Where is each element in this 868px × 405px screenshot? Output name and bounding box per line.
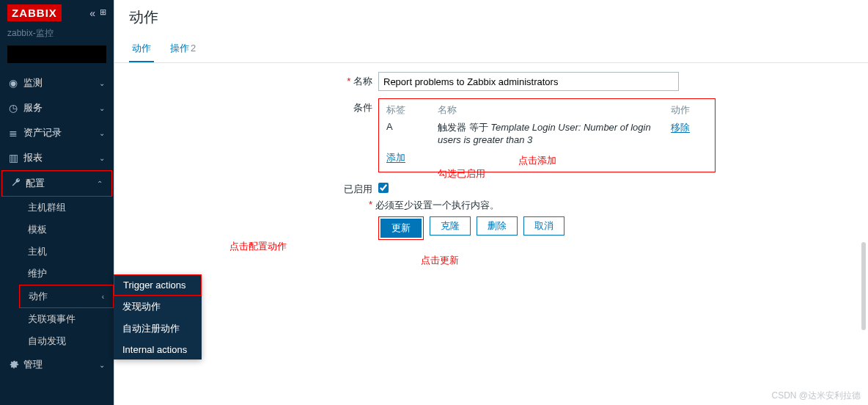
eye-icon: ◉ <box>9 77 23 89</box>
nav-report[interactable]: ▥报表⌄ <box>0 145 114 170</box>
enabled-label: 已启用 <box>114 180 378 196</box>
cond-a-tag: A <box>386 121 438 145</box>
tab-action[interactable]: 动作 <box>129 36 154 62</box>
nav-admin-label: 管理 <box>23 358 43 371</box>
flyout-trigger-actions[interactable]: Trigger actions <box>114 274 202 296</box>
chevron-up-icon: ⌃ <box>97 180 103 188</box>
collapse-icon[interactable]: « <box>89 7 95 19</box>
cond-head-label: 标签 <box>386 103 438 117</box>
search-input[interactable] <box>12 49 122 59</box>
form: 名称 条件 标签 名称 动作 A 触发器 等于 Template Login U… <box>114 63 868 240</box>
actions-flyout: Trigger actions 发现动作 自动注册动作 Internal act… <box>114 274 202 360</box>
sub-actions[interactable]: 动作‹ <box>19 285 114 308</box>
tabs: 动作 操作2 <box>114 36 868 63</box>
grid-icon[interactable]: ⊞ <box>100 7 106 19</box>
chart-icon: ▥ <box>9 152 23 164</box>
chevron-down-icon: ⌄ <box>99 154 105 162</box>
flyout-internal[interactable]: Internal actions <box>114 340 202 360</box>
sub-actions-label: 动作 <box>29 290 48 303</box>
nav-monitor-label: 监测 <box>23 76 43 90</box>
clone-button[interactable]: 克隆 <box>430 216 471 236</box>
flyout-discovery[interactable]: 发现动作 <box>114 296 202 318</box>
flyout-autoreg[interactable]: 自动注册动作 <box>114 318 202 340</box>
clock-icon: ◷ <box>9 102 23 114</box>
cancel-button[interactable]: 取消 <box>523 216 564 236</box>
annot-click-add: 点击添加 <box>518 154 556 167</box>
tab-operations-count: 2 <box>191 43 196 54</box>
sub-discovery[interactable]: 自动发现 <box>0 330 114 352</box>
nav-admin[interactable]: 管理⌄ <box>0 352 114 377</box>
cond-row-a: A 触发器 等于 Template Login User: Number of … <box>386 121 707 145</box>
update-highlight: 更新 <box>378 216 424 240</box>
nav-monitor[interactable]: ◉监测⌄ <box>0 70 114 95</box>
annot-click-update: 点击更新 <box>421 254 459 267</box>
chevron-left-icon: ‹ <box>102 293 104 301</box>
name-input[interactable] <box>378 72 679 91</box>
watermark: CSDN @达米安利拉德 <box>771 390 861 402</box>
main-content: 动作 动作 操作2 名称 条件 标签 名称 动作 A 触发器 等于 Templa… <box>114 0 868 405</box>
search-box[interactable] <box>7 45 106 63</box>
list-icon: ≣ <box>9 127 23 139</box>
chevron-down-icon: ⌄ <box>99 129 105 137</box>
annot-config-actions: 点击配置动作 <box>229 240 287 253</box>
nav-inventory-label: 资产记录 <box>23 126 62 139</box>
nav-service-label: 服务 <box>23 101 43 114</box>
name-label: 名称 <box>114 72 378 88</box>
tab-operations-label: 操作 <box>170 43 189 54</box>
chevron-down-icon: ⌄ <box>99 104 105 112</box>
page-title: 动作 <box>114 0 868 36</box>
sidebar: ZABBIX « ⊞ zabbix-监控 ◉监测⌄ ◷服务⌄ ≣资产记录⌄ ▥报… <box>0 0 114 405</box>
nav-config[interactable]: 配置⌃ <box>1 170 112 197</box>
button-row: 更新 克隆 删除 取消 <box>378 216 868 240</box>
sub-hostgroups[interactable]: 主机群组 <box>0 197 114 219</box>
cond-label: 条件 <box>114 98 378 114</box>
annot-check-enabled: 勾选已启用 <box>438 167 485 180</box>
nav-inventory[interactable]: ≣资产记录⌄ <box>0 120 114 145</box>
cond-a-desc: 触发器 等于 Template Login User: Number of lo… <box>438 121 671 145</box>
chevron-down-icon: ⌄ <box>99 361 105 369</box>
gear-icon <box>9 359 23 371</box>
sub-maintenance[interactable]: 维护 <box>0 263 114 285</box>
header-icons: « ⊞ <box>89 7 106 19</box>
enabled-checkbox[interactable] <box>378 183 389 193</box>
cond-a-remove[interactable]: 移除 <box>671 122 690 133</box>
wrench-icon <box>11 178 26 190</box>
cond-head-action: 动作 <box>671 103 707 117</box>
warn-asterisk: * <box>114 199 378 210</box>
delete-button[interactable]: 删除 <box>477 216 518 236</box>
sub-templates[interactable]: 模板 <box>0 219 114 241</box>
sub-hosts[interactable]: 主机 <box>0 241 114 263</box>
logo: ZABBIX <box>7 4 62 21</box>
logo-row: ZABBIX « ⊞ <box>0 0 114 26</box>
chevron-down-icon: ⌄ <box>99 79 105 87</box>
update-button[interactable]: 更新 <box>380 219 422 238</box>
warn-text: 必须至少设置一个执行内容。 <box>375 199 499 212</box>
sub-correlation[interactable]: 关联项事件 <box>0 308 114 330</box>
cond-head-name: 名称 <box>438 103 671 117</box>
cond-header: 标签 名称 动作 <box>386 103 707 117</box>
nav-config-label: 配置 <box>26 177 45 190</box>
conditions-box: 标签 名称 动作 A 触发器 等于 Template Login User: N… <box>378 98 716 172</box>
nav-service[interactable]: ◷服务⌄ <box>0 95 114 120</box>
nav-report-label: 报表 <box>23 151 43 164</box>
add-condition-link[interactable]: 添加 <box>386 152 405 163</box>
tab-operations[interactable]: 操作2 <box>167 36 199 62</box>
server-name: zabbix-监控 <box>0 26 114 45</box>
cond-a-prefix: 触发器 等于 <box>438 122 490 133</box>
scrollbar[interactable] <box>861 242 866 330</box>
